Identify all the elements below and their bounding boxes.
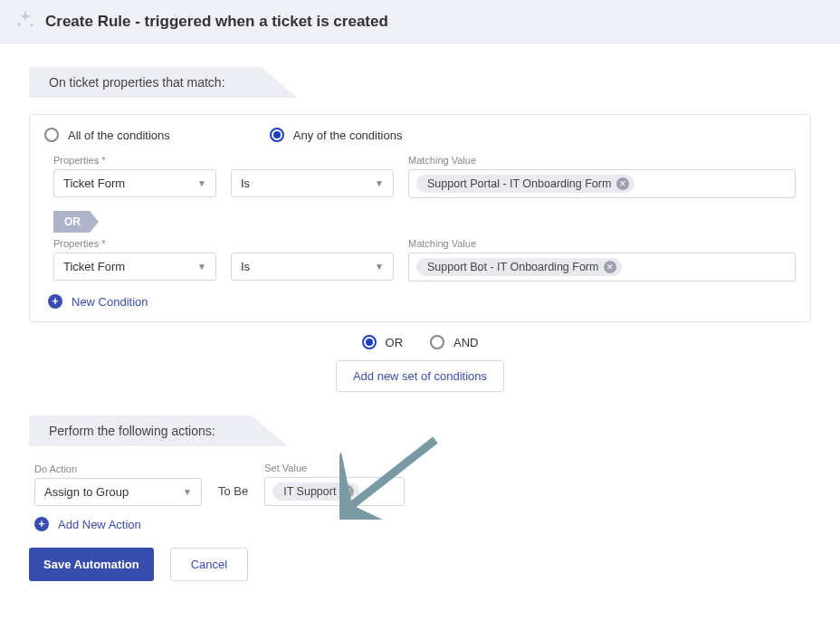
cancel-button[interactable]: Cancel (170, 548, 248, 581)
radio-label: OR (386, 336, 404, 349)
properties-label: Properties * (53, 155, 216, 166)
matching-value-input[interactable]: Support Portal - IT Onboarding Form ✕ (408, 169, 796, 198)
condition-mode-radios: All of the conditions Any of the conditi… (44, 128, 796, 142)
set-value-label: Set Value (264, 463, 405, 473)
conditions-section-header: On ticket properties that match: (29, 67, 811, 98)
property-dropdown[interactable]: Ticket Form ▼ (53, 253, 216, 281)
sparkle-icon (14, 9, 36, 33)
radio-all-conditions[interactable]: All of the conditions (44, 128, 170, 142)
page-header: Create Rule - triggered when a ticket is… (0, 0, 840, 43)
plus-circle-icon: + (48, 294, 62, 309)
add-new-action-link[interactable]: + Add New Action (29, 517, 811, 531)
matching-value-input[interactable]: Support Bot - IT Onboarding Form ✕ (408, 253, 796, 282)
radio-label: All of the conditions (68, 129, 170, 142)
conditions-box: All of the conditions Any of the conditi… (29, 114, 811, 322)
value-chip: Support Bot - IT Onboarding Form ✕ (416, 258, 622, 276)
or-separator: OR (53, 211, 99, 233)
matching-value-label: Matching Value (408, 155, 796, 166)
properties-label: Properties * (53, 238, 216, 249)
radio-label: AND (453, 336, 478, 349)
page-title: Create Rule - triggered when a ticket is… (45, 13, 388, 31)
do-action-dropdown[interactable]: Assign to Group ▼ (34, 478, 202, 506)
add-set-conditions-button[interactable]: Add new set of conditions (336, 360, 504, 392)
radio-logic-and[interactable]: AND (430, 335, 478, 349)
group-logic-radios: OR AND (29, 335, 811, 349)
footer-buttons: Save Automation Cancel (29, 548, 811, 581)
value-chip: Support Portal - IT Onboarding Form ✕ (416, 175, 635, 193)
remove-chip-icon[interactable]: ✕ (604, 261, 616, 273)
chevron-down-icon: ▼ (197, 262, 206, 272)
do-action-label: Do Action (34, 463, 202, 474)
new-condition-link[interactable]: + New Condition (44, 294, 796, 309)
property-dropdown[interactable]: Ticket Form ▼ (53, 169, 216, 197)
remove-chip-icon[interactable]: ✕ (616, 177, 629, 190)
remove-chip-icon[interactable]: ✕ (341, 485, 354, 498)
set-value-input[interactable]: IT Support ✕ (264, 477, 405, 506)
radio-any-conditions[interactable]: Any of the conditions (270, 128, 403, 142)
chevron-down-icon: ▼ (375, 262, 384, 272)
radio-icon (362, 335, 377, 349)
action-row: Do Action Assign to Group ▼ To Be Set Va… (29, 463, 811, 506)
condition-row: Properties * Ticket Form ▼ Is ▼ Matching… (44, 238, 796, 282)
radio-icon (44, 128, 59, 142)
actions-section-header: Perform the following actions: (29, 415, 811, 446)
condition-row: Properties * Ticket Form ▼ Is ▼ Matching… (44, 155, 796, 198)
radio-icon (270, 128, 284, 142)
radio-icon (430, 335, 444, 349)
chevron-down-icon: ▼ (375, 178, 384, 188)
save-automation-button[interactable]: Save Automation (29, 548, 154, 581)
radio-label: Any of the conditions (293, 129, 403, 142)
chevron-down-icon: ▼ (197, 178, 206, 188)
value-chip: IT Support ✕ (272, 482, 359, 501)
matching-value-label: Matching Value (408, 238, 796, 249)
radio-logic-or[interactable]: OR (362, 335, 404, 349)
to-be-label: To Be (218, 484, 248, 506)
operator-dropdown[interactable]: Is ▼ (231, 253, 394, 281)
plus-circle-icon: + (34, 517, 49, 531)
chevron-down-icon: ▼ (183, 487, 192, 497)
operator-dropdown[interactable]: Is ▼ (231, 169, 394, 197)
